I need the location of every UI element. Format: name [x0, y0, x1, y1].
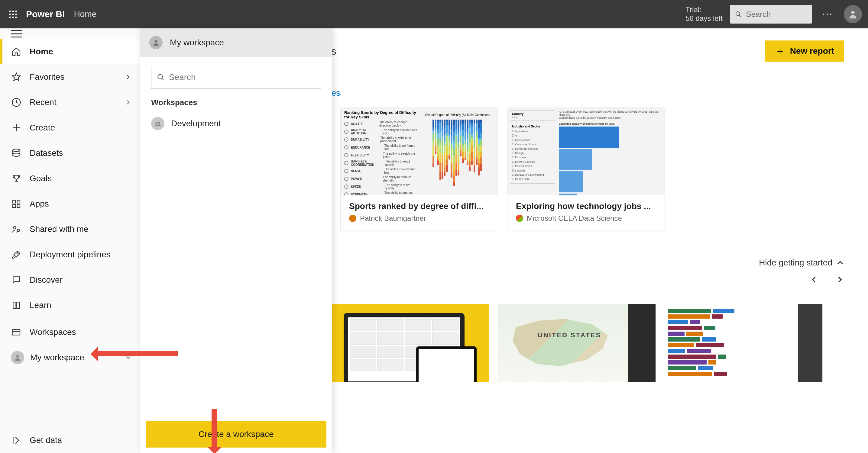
nav-label: Get data [30, 435, 62, 445]
nav-toggle[interactable] [0, 28, 140, 39]
svg-rect-25 [17, 205, 20, 207]
data-story-card[interactable]: Ranking Sports by Degree of Difficulty f… [340, 107, 498, 231]
new-report-button[interactable]: ＋New report [765, 40, 844, 62]
home-icon [11, 46, 22, 57]
more-menu-icon[interactable]: ⋯ [821, 7, 835, 21]
hide-getting-started[interactable]: Hide getting started [759, 258, 844, 267]
svg-point-33 [155, 40, 157, 42]
author-icon [349, 215, 356, 222]
datasets-icon [11, 148, 22, 159]
workspace-icon [151, 117, 164, 130]
workspace-search[interactable] [151, 66, 321, 89]
card-author: Patrick Baumgartner [349, 214, 489, 223]
svg-rect-24 [13, 205, 16, 207]
person-icon [11, 351, 24, 364]
breadcrumb[interactable]: Home [74, 9, 96, 19]
workspaces-icon [11, 327, 22, 337]
star-icon [11, 72, 22, 83]
flyout-title: My workspace [170, 38, 224, 47]
svg-point-28 [17, 253, 18, 254]
svg-point-0 [9, 10, 11, 12]
svg-point-8 [16, 17, 17, 18]
svg-point-9 [736, 12, 740, 16]
chevron-right-icon [125, 98, 131, 107]
share-icon [11, 224, 22, 235]
user-avatar[interactable] [844, 5, 862, 23]
search-icon [735, 10, 742, 18]
learn-thumbnail[interactable] [331, 304, 489, 382]
annotation-arrow [212, 409, 217, 451]
nav-get-data[interactable]: Get data [0, 428, 140, 453]
svg-point-1 [12, 10, 14, 12]
nav-label: Datasets [30, 148, 63, 158]
nav-learn[interactable]: Learn [0, 293, 140, 318]
svg-point-6 [9, 17, 11, 18]
prev-button[interactable] [810, 276, 818, 286]
flyout-section-label: Workspaces [151, 98, 321, 107]
card-thumbnail: Ranking Sports by Degree of Difficulty f… [341, 108, 498, 195]
workspace-search-input[interactable] [169, 72, 315, 82]
nav-label: Favorites [30, 72, 64, 82]
next-button[interactable] [836, 276, 844, 286]
card-title: Sports ranked by degree of diffi... [349, 201, 489, 211]
global-search[interactable] [730, 5, 812, 24]
chevron-right-icon [125, 72, 131, 82]
svg-line-10 [739, 15, 741, 17]
flyout-header[interactable]: My workspace [140, 28, 332, 57]
svg-point-34 [158, 74, 162, 79]
svg-point-26 [13, 226, 16, 229]
nav-shared[interactable]: Shared with me [0, 217, 140, 242]
trial-status: Trial: 56 days left [685, 5, 723, 23]
svg-point-19 [13, 149, 20, 152]
sidebar: Home Favorites Recent Create Datasets [0, 28, 140, 453]
svg-point-11 [851, 11, 855, 14]
nav-goals[interactable]: Goals [0, 166, 140, 191]
nav-label: Learn [30, 300, 51, 310]
search-icon [157, 73, 165, 82]
learn-thumbnail[interactable]: UNITED STATES [498, 304, 656, 382]
nav-apps[interactable]: Apps [0, 191, 140, 217]
plus-icon: ＋ [775, 44, 785, 58]
create-workspace-button[interactable]: Create a workspace [146, 421, 327, 448]
svg-point-5 [16, 13, 17, 15]
svg-rect-29 [13, 329, 20, 335]
card-thumbnail: CountryAll ▾ Industry and Sector ☐ Agric… [507, 108, 664, 195]
nav-label: Home [30, 47, 53, 57]
nav-recent[interactable]: Recent [0, 90, 140, 115]
trophy-icon [11, 173, 22, 184]
global-search-input[interactable] [746, 10, 807, 19]
workspace-item[interactable]: Development [151, 112, 321, 134]
trial-line1: Trial: [685, 5, 723, 14]
svg-point-3 [9, 13, 11, 15]
rocket-icon [11, 249, 22, 260]
nav-favorites[interactable]: Favorites [0, 64, 140, 90]
card-author: Microsoft CELA Data Science [516, 214, 656, 223]
nav-discover[interactable]: Discover [0, 267, 140, 293]
author-icon [516, 215, 523, 222]
annotation-arrow [94, 351, 178, 356]
learn-thumbnail[interactable] [665, 304, 823, 382]
nav-pipelines[interactable]: Deployment pipelines [0, 242, 140, 267]
nav-datasets[interactable]: Datasets [0, 140, 140, 166]
app-launcher-icon[interactable] [6, 7, 20, 21]
svg-point-31 [16, 355, 19, 358]
card-title: Exploring how technology jobs ... [516, 201, 656, 211]
brand-label: Power BI [26, 9, 65, 19]
nav-home[interactable]: Home [0, 39, 140, 64]
data-story-card[interactable]: CountryAll ▾ Industry and Sector ☐ Agric… [507, 107, 665, 231]
svg-line-35 [162, 78, 163, 80]
book-icon [11, 300, 22, 311]
nav-workspaces[interactable]: Workspaces [0, 320, 140, 345]
clock-icon [11, 97, 22, 108]
new-report-label: New report [790, 46, 834, 56]
nav-my-workspace[interactable]: My workspace [0, 345, 140, 370]
workspace-name: Development [171, 119, 221, 128]
chevron-up-icon [837, 259, 844, 266]
nav-label: My workspace [30, 353, 84, 362]
person-icon [149, 36, 163, 49]
top-bar: Power BI Home Trial: 56 days left ⋯ [0, 0, 868, 28]
nav-label: Shared with me [30, 224, 89, 234]
nav-create[interactable]: Create [0, 115, 140, 140]
hamburger-icon [11, 29, 22, 38]
svg-marker-15 [12, 73, 21, 80]
